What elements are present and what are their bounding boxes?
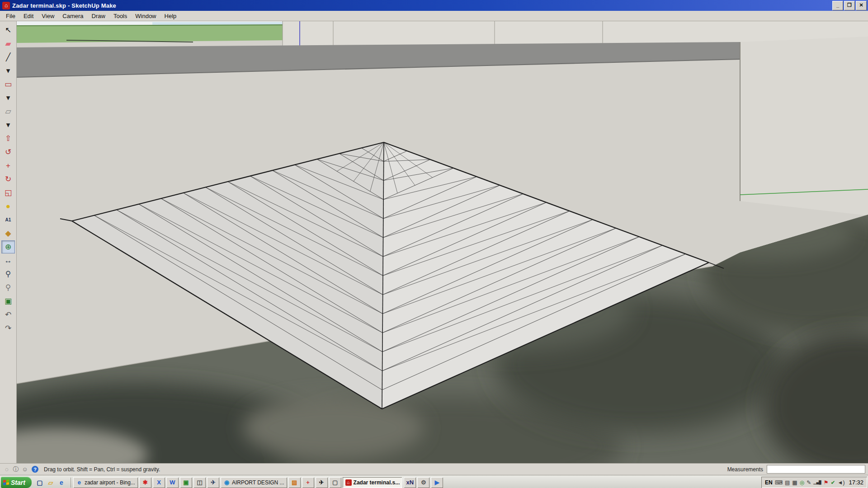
- quicklaunch-ie-small-icon[interactable]: e: [57, 478, 66, 488]
- taskbar-item-xn[interactable]: xN: [404, 477, 416, 488]
- taskbar-item-word[interactable]: W: [166, 477, 179, 488]
- minimize-button[interactable]: _: [832, 1, 843, 10]
- arc-flyout-arrow-glyph: ▾: [6, 120, 10, 130]
- tray-globe-green-icon[interactable]: ◎: [800, 480, 804, 485]
- red-app-icon: ✱: [142, 479, 149, 486]
- tool-zoom-icon[interactable]: ⚲: [1, 267, 15, 281]
- taskbar-item-zadar-airport-bing[interactable]: ezadar airport - Bing...: [73, 477, 138, 488]
- menu-help[interactable]: Help: [160, 12, 181, 20]
- tool-line-flyout-arrow-icon[interactable]: ▾: [1, 64, 15, 77]
- word-icon: W: [169, 479, 176, 486]
- tool-zoom-extents-icon[interactable]: ▣: [1, 295, 15, 308]
- taskbar: Start ▢▱e ezadar airport - Bing...✱XW▣◫✈…: [0, 475, 868, 488]
- close-button[interactable]: ✕: [856, 1, 867, 10]
- maximize-button[interactable]: ❒: [844, 1, 855, 10]
- tray-grid-icon[interactable]: ▤: [785, 480, 790, 485]
- ie-icon: e: [76, 479, 83, 486]
- taskbar-item-gear[interactable]: ⚙: [417, 477, 429, 488]
- taskbar-item-green-app[interactable]: ▣: [180, 477, 192, 488]
- clock[interactable]: 17:32: [849, 479, 863, 486]
- rotate-glyph: ↻: [5, 174, 11, 184]
- menu-view[interactable]: View: [38, 12, 58, 20]
- credits-icon[interactable]: ⓘ: [12, 465, 20, 474]
- tool-scale-icon[interactable]: ◱: [1, 186, 15, 199]
- tool-pan-icon[interactable]: ↔: [1, 254, 15, 267]
- status-bar: ◌ⓘ☺? Drag to orbit. Shift = Pan, Ctrl = …: [0, 463, 868, 475]
- taskbar-item-zadar-terminal-s[interactable]: ⌂Zadar terminal.s...: [343, 477, 403, 488]
- tray-image-icon[interactable]: ▦: [792, 480, 797, 485]
- menu-edit[interactable]: Edit: [19, 12, 38, 20]
- tool-next-view-icon[interactable]: ↷: [1, 322, 15, 335]
- help-icon[interactable]: ?: [32, 466, 38, 473]
- tray-keyboard-icon[interactable]: ⌨: [775, 480, 783, 485]
- menu-bar: FileEditViewCameraDrawToolsWindowHelp: [0, 11, 868, 21]
- tool-shape-flyout-arrow-icon[interactable]: ▾: [1, 91, 15, 104]
- paint-bucket-glyph: ◆: [5, 229, 11, 238]
- circle-glyph: ▱: [5, 107, 11, 116]
- tray-flag-icon[interactable]: ⚑: [824, 480, 829, 485]
- taskbar-item-excel[interactable]: X: [153, 477, 165, 488]
- text-glyph: A1: [5, 217, 11, 222]
- tool-tape-measure-icon[interactable]: ●: [1, 200, 15, 213]
- tool-line-icon[interactable]: ╱: [1, 51, 15, 64]
- menu-file[interactable]: File: [2, 12, 19, 20]
- pan-glyph: ↔: [5, 256, 12, 265]
- menu-window[interactable]: Window: [131, 12, 160, 20]
- tool-arc-flyout-arrow-icon[interactable]: ▾: [1, 118, 15, 131]
- tool-circle-icon[interactable]: ▱: [1, 105, 15, 118]
- taskbar-item-red-app[interactable]: ✱: [139, 477, 151, 488]
- zoom-extents-glyph: ▣: [5, 296, 12, 306]
- start-label: Start: [11, 479, 25, 486]
- taskbar-item-dark-plane[interactable]: ✈: [316, 477, 328, 488]
- follow-me-glyph: ↺: [5, 147, 11, 157]
- tool-follow-me-icon[interactable]: ↺: [1, 145, 15, 159]
- menu-camera[interactable]: Camera: [58, 12, 87, 20]
- taskbar-item-media[interactable]: ▶: [431, 477, 443, 488]
- tool-paint-bucket-icon[interactable]: ◆: [1, 227, 15, 240]
- quicklaunch-show-desktop-icon[interactable]: ▢: [35, 478, 45, 488]
- viewer-icon: ◫: [196, 479, 203, 486]
- tool-rectangle-icon[interactable]: ▭: [1, 78, 15, 91]
- menu-tools[interactable]: Tools: [109, 12, 131, 20]
- previous-view-glyph: ↶: [5, 310, 11, 319]
- tool-eraser-icon[interactable]: ▰: [1, 37, 15, 50]
- menu-draw[interactable]: Draw: [88, 12, 109, 20]
- tool-zoom-window-icon[interactable]: ⚲: [1, 281, 15, 294]
- viewport-3d[interactable]: [17, 21, 868, 463]
- quicklaunch-folder-icon[interactable]: ▱: [46, 478, 56, 488]
- taskbar-item-window-app[interactable]: ▢: [329, 477, 341, 488]
- viewport-container: [17, 21, 868, 463]
- windows-flag-icon: [3, 479, 9, 485]
- window-title: Zadar terminal.skp - SketchUp Make: [12, 2, 116, 9]
- tool-rotate-icon[interactable]: ↻: [1, 173, 15, 186]
- geolocation-icon[interactable]: ◌: [3, 465, 11, 474]
- tool-palette: ↖▰╱▾▭▾▱▾⇧↺+↻◱●A1◆⊕↔⚲⚲▣↶↷: [0, 21, 17, 463]
- signin-icon[interactable]: ☺: [21, 465, 29, 474]
- taskbar-item-photo[interactable]: ▨: [288, 477, 301, 488]
- tray-check-green-icon[interactable]: ✔: [831, 480, 835, 485]
- tool-text-icon[interactable]: A1: [1, 213, 15, 226]
- tool-push-pull-icon[interactable]: ⇧: [1, 132, 15, 145]
- main-content: ↖▰╱▾▭▾▱▾⇧↺+↻◱●A1◆⊕↔⚲⚲▣↶↷: [0, 21, 868, 463]
- tool-move-icon[interactable]: +: [1, 159, 15, 172]
- taskbar-item-viewer[interactable]: ◫: [193, 477, 206, 488]
- tape-measure-glyph: ●: [6, 202, 10, 211]
- plane-icon: ✈: [210, 479, 217, 486]
- language-indicator[interactable]: EN: [765, 479, 773, 486]
- gear-icon: ⚙: [420, 479, 427, 486]
- taskbar-item-airport-design[interactable]: ◉AIRPORT DESIGN ...: [221, 477, 287, 488]
- sketchup-icon: ⌂: [345, 479, 352, 486]
- tray-volume-icon[interactable]: ◄): [838, 480, 845, 485]
- tray-signal-icon[interactable]: ▁▄█: [813, 481, 821, 484]
- tray-pen-icon[interactable]: ✎: [807, 480, 811, 485]
- title-bar: ⌂ Zadar terminal.skp - SketchUp Make _ ❒…: [0, 0, 868, 11]
- tool-orbit-icon[interactable]: ⊕: [1, 240, 15, 253]
- status-icons: ◌ⓘ☺?: [3, 465, 40, 474]
- tool-previous-view-icon[interactable]: ↶: [1, 308, 15, 321]
- photo-icon: ▨: [291, 479, 298, 486]
- taskbar-item-plane[interactable]: ✈: [207, 477, 219, 488]
- start-button[interactable]: Start: [1, 477, 32, 488]
- measurements-input[interactable]: [767, 465, 865, 474]
- taskbar-item-move-app[interactable]: +: [302, 477, 314, 488]
- tool-select-icon[interactable]: ↖: [1, 23, 15, 37]
